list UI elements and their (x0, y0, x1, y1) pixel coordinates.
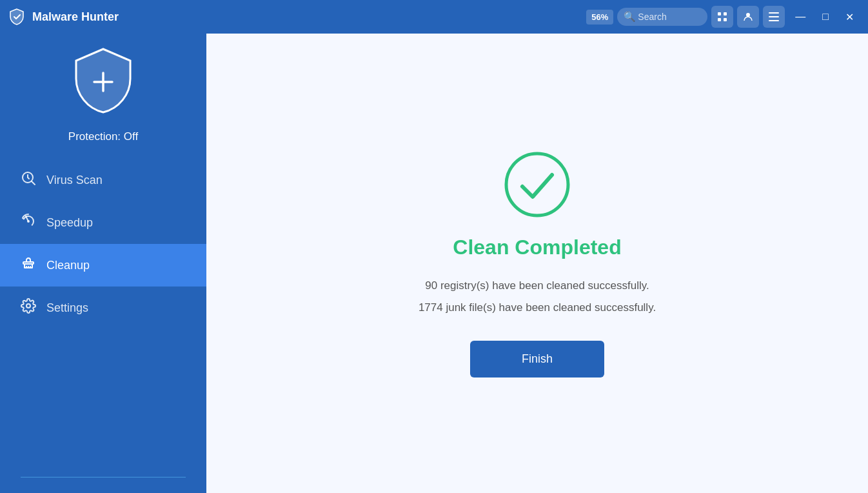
svg-rect-0 (718, 12, 721, 15)
protection-status: Protection: Off (68, 130, 138, 143)
svg-point-10 (102, 81, 104, 83)
sidebar-item-cleanup[interactable]: Cleanup (0, 244, 206, 287)
svg-rect-3 (724, 18, 727, 21)
svg-line-12 (32, 181, 35, 185)
clean-completed-title: Clean Completed (453, 236, 621, 259)
minimize-button[interactable]: ― (789, 7, 812, 26)
sidebar-item-label-cleanup: Cleanup (46, 259, 90, 272)
main-area: Protection: Off Virus Scan (0, 34, 868, 493)
svg-point-19 (26, 304, 30, 308)
svg-rect-2 (718, 18, 721, 21)
menu-icon-button[interactable] (763, 6, 785, 28)
restore-button[interactable]: □ (816, 7, 835, 26)
svg-rect-7 (769, 20, 779, 21)
settings-gear-icon (19, 298, 37, 317)
junk-file-detail: 1774 junk file(s) have been cleaned succ… (419, 297, 656, 319)
success-check-icon (502, 149, 573, 220)
user-icon (743, 12, 753, 22)
cleanup-icon (19, 256, 37, 275)
title-bar-left: Malware Hunter (8, 8, 119, 26)
search-wrapper: 🔍 (617, 8, 707, 26)
protection-shield-icon (71, 46, 135, 117)
shield-icon-wrap (71, 46, 135, 120)
title-bar-right: 56% 🔍 ― □ ✕ (586, 6, 860, 28)
svg-rect-6 (769, 16, 779, 17)
sidebar-item-virus-scan[interactable]: Virus Scan (0, 159, 206, 201)
finish-button[interactable]: Finish (470, 341, 604, 377)
svg-rect-1 (724, 12, 727, 15)
sidebar-bottom-divider (21, 477, 186, 493)
close-button[interactable]: ✕ (839, 7, 860, 27)
user-icon-button[interactable] (737, 6, 759, 28)
app-title: Malware Hunter (32, 10, 119, 24)
sidebar-item-label-virus-scan: Virus Scan (46, 174, 103, 187)
search-input[interactable] (617, 8, 707, 26)
svg-rect-5 (769, 12, 779, 14)
sidebar: Protection: Off Virus Scan (0, 34, 206, 493)
sidebar-item-speedup[interactable]: Speedup (0, 201, 206, 244)
svg-point-4 (746, 13, 750, 17)
virus-scan-icon (19, 170, 37, 190)
grid-icon-button[interactable] (711, 6, 733, 28)
speedup-icon (19, 213, 37, 232)
sidebar-item-label-speedup: Speedup (46, 216, 93, 230)
grid-icon (717, 12, 727, 22)
sidebar-item-settings[interactable]: Settings (0, 287, 206, 329)
title-bar: Malware Hunter 56% 🔍 (0, 0, 868, 34)
clean-details: 90 registry(s) have been cleaned success… (419, 275, 656, 319)
registry-detail: 90 registry(s) have been cleaned success… (419, 275, 656, 297)
app-logo-icon (8, 8, 26, 26)
cpu-badge: 56% (586, 10, 613, 25)
svg-point-14 (27, 220, 30, 223)
hamburger-icon (769, 12, 779, 21)
svg-point-20 (506, 154, 568, 216)
content-area: Clean Completed 90 registry(s) have been… (206, 34, 868, 493)
nav-items: Virus Scan Speedup (0, 159, 206, 329)
sidebar-item-label-settings: Settings (46, 301, 88, 315)
